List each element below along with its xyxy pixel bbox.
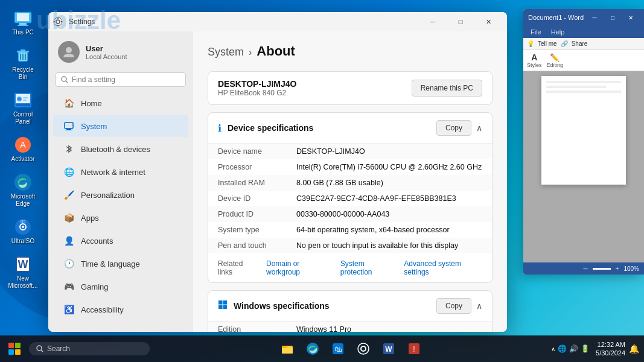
device-specs-copy-button[interactable]: Copy bbox=[436, 120, 471, 136]
related-links: Related links Domain or workgroup System… bbox=[208, 253, 492, 282]
sidebar-item-bluetooth-label: Bluetooth & devices bbox=[81, 145, 150, 154]
sidebar-item-network-label: Network & internet bbox=[81, 168, 145, 177]
word-tab-file[interactable]: File bbox=[526, 26, 546, 38]
domain-workgroup-link[interactable]: Domain or workgroup bbox=[266, 259, 331, 276]
desktop-icon-ultraiso[interactable]: ISO UltraISO bbox=[5, 215, 41, 247]
user-avatar bbox=[58, 41, 80, 63]
zoom-in-button[interactable]: + bbox=[616, 265, 619, 272]
start-button[interactable] bbox=[5, 339, 24, 358]
svg-point-52 bbox=[358, 343, 369, 354]
taskbar-edge[interactable] bbox=[302, 338, 324, 360]
accounts-icon: 👤 bbox=[63, 235, 75, 247]
battery-icon[interactable]: 🔋 bbox=[581, 345, 590, 353]
edge-label: Microsoft Edge bbox=[7, 193, 39, 208]
editing-button[interactable]: ✏️ bbox=[550, 53, 560, 62]
spec-label-ram: Installed RAM bbox=[218, 179, 296, 187]
taskbar-datetime[interactable]: 12:32 AM 5/30/2024 bbox=[596, 340, 625, 358]
desktop: ubizzle This PC bbox=[0, 0, 644, 362]
svg-rect-32 bbox=[61, 21, 62, 22]
notification-icon[interactable]: 🔔 bbox=[629, 344, 639, 354]
word-window-controls: ─ □ ✕ bbox=[586, 9, 639, 26]
rename-pc-button[interactable]: Rename this PC bbox=[412, 80, 482, 97]
bluetooth-icon bbox=[63, 143, 75, 155]
settings-body: User Local Account 🏠 Home bbox=[48, 31, 507, 332]
spec-label-device-name: Device name bbox=[218, 147, 296, 156]
spec-row-edition: Edition Windows 11 Pro bbox=[208, 322, 492, 332]
word-maximize-button[interactable]: □ bbox=[604, 9, 621, 26]
breadcrumb-chevron: › bbox=[249, 47, 252, 58]
word-tab-help[interactable]: Help bbox=[546, 26, 570, 38]
spec-value-product-id: 00330-80000-00000-AA043 bbox=[296, 210, 482, 218]
zoom-level: 100% bbox=[623, 265, 639, 272]
close-button[interactable]: ✕ bbox=[474, 12, 502, 31]
chevron-up-icon[interactable]: ∧ bbox=[551, 346, 555, 352]
word-ribbon-tabs: File Help bbox=[523, 26, 644, 38]
share-icon: 🔗 bbox=[561, 40, 568, 47]
apps-icon: 📦 bbox=[63, 212, 75, 224]
control-panel-icon bbox=[13, 91, 33, 110]
sidebar-item-home[interactable]: 🏠 Home bbox=[53, 92, 188, 114]
svg-line-44 bbox=[41, 350, 43, 352]
network-icon[interactable]: 🌐 bbox=[558, 345, 567, 353]
spec-row-pen-touch: Pen and touch No pen or touch input is a… bbox=[208, 238, 492, 253]
desktop-icon-control-panel[interactable]: Control Panel bbox=[5, 88, 41, 128]
spec-row-system-type: System type 64-bit operating system, x64… bbox=[208, 222, 492, 238]
svg-rect-3 bbox=[18, 25, 28, 26]
taskbar-word[interactable]: W bbox=[378, 338, 400, 360]
desktop-icons: This PC Recycle Bin bbox=[5, 6, 41, 292]
taskbar-settings[interactable] bbox=[352, 338, 374, 360]
system-protection-link[interactable]: System protection bbox=[340, 259, 394, 276]
spec-label-system-type: System type bbox=[218, 226, 296, 234]
desktop-icon-activator[interactable]: A Activator bbox=[5, 133, 41, 165]
svg-rect-38 bbox=[65, 130, 72, 130]
spec-row-processor: Processor Intel(R) Core(TM) i7-5600U CPU… bbox=[208, 159, 492, 175]
device-specs-collapse-button[interactable]: ∧ bbox=[476, 123, 482, 133]
home-icon: 🏠 bbox=[63, 97, 75, 109]
sidebar-item-accounts[interactable]: 👤 Accounts bbox=[53, 230, 188, 252]
zoom-out-button[interactable]: ─ bbox=[583, 265, 587, 272]
sidebar-item-network[interactable]: 🌐 Network & internet bbox=[53, 161, 188, 183]
sidebar-item-home-label: Home bbox=[81, 99, 102, 108]
settings-search[interactable] bbox=[56, 72, 186, 87]
device-specs-icon: ℹ bbox=[218, 122, 222, 134]
sidebar-item-accessibility[interactable]: ♿ Accessibility bbox=[53, 299, 188, 320]
word-minimize-button[interactable]: ─ bbox=[586, 9, 603, 26]
taskbar-time: 12:32 AM bbox=[596, 340, 625, 349]
sidebar-item-apps-label: Apps bbox=[81, 214, 99, 223]
desktop-icon-this-pc[interactable]: This PC bbox=[5, 6, 41, 39]
win-logo-blue bbox=[8, 349, 14, 355]
word-icon: W bbox=[13, 255, 33, 274]
advanced-settings-link[interactable]: Advanced system settings bbox=[404, 259, 482, 276]
svg-rect-42 bbox=[223, 305, 228, 310]
sidebar-item-bluetooth[interactable]: Bluetooth & devices bbox=[53, 138, 188, 160]
control-panel-label: Control Panel bbox=[7, 111, 39, 125]
desktop-icon-edge[interactable]: Microsoft Edge bbox=[5, 170, 41, 210]
desktop-icon-word[interactable]: W New Microsoft... bbox=[5, 252, 41, 292]
sidebar-item-gaming[interactable]: 🎮 Gaming bbox=[53, 276, 188, 297]
windows-specs-copy-button[interactable]: Copy bbox=[436, 298, 471, 314]
windows-specs-collapse-button[interactable]: ∧ bbox=[476, 301, 482, 311]
desktop-icon-recycle-bin[interactable]: Recycle Bin bbox=[5, 43, 41, 83]
ultraiso-icon: ISO bbox=[13, 217, 33, 237]
taskbar-store[interactable]: 🛍 bbox=[327, 338, 349, 360]
spec-row-product-id: Product ID 00330-80000-00000-AA043 bbox=[208, 206, 492, 222]
maximize-button[interactable]: □ bbox=[447, 12, 474, 31]
taskbar-search[interactable]: Search bbox=[29, 342, 150, 355]
settings-search-input[interactable] bbox=[72, 75, 180, 84]
styles-button[interactable]: A bbox=[531, 52, 537, 62]
minimize-button[interactable]: ─ bbox=[419, 12, 447, 31]
taskbar-right: ∧ 🌐 🔊 🔋 12:32 AM 5/30/2024 🔔 bbox=[551, 340, 639, 358]
computer-name-bar: DESKTOP-LJIMJ4O HP EliteBook 840 G2 Rena… bbox=[208, 71, 493, 105]
sidebar-item-personalization[interactable]: 🖌️ Personalization bbox=[53, 184, 188, 206]
volume-icon[interactable]: 🔊 bbox=[569, 345, 578, 353]
editing-label: Editing bbox=[547, 62, 564, 68]
word-close-button[interactable]: ✕ bbox=[622, 9, 639, 26]
sidebar-item-system[interactable]: System bbox=[53, 115, 188, 137]
taskbar-file-explorer[interactable] bbox=[276, 338, 298, 360]
sidebar-item-apps[interactable]: 📦 Apps bbox=[53, 207, 188, 229]
sidebar-item-time[interactable]: 🕐 Time & language bbox=[53, 253, 188, 275]
system-icon bbox=[63, 120, 75, 132]
zoom-slider[interactable] bbox=[593, 268, 611, 270]
computer-name-info: DESKTOP-LJIMJ4O HP EliteBook 840 G2 bbox=[218, 79, 296, 97]
taskbar-unknown-app[interactable]: ! bbox=[403, 338, 425, 360]
